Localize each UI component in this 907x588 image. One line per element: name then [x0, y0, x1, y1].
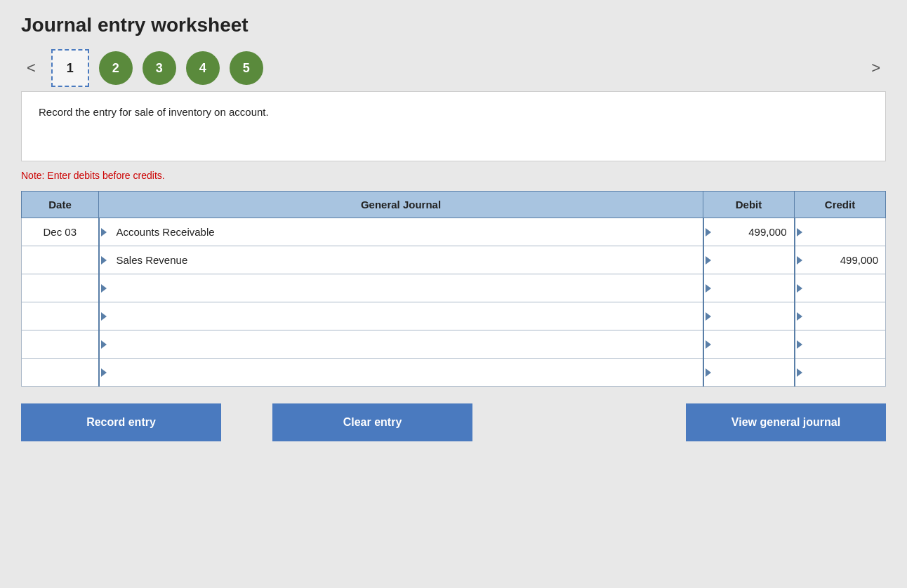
- cell-date-2[interactable]: [22, 274, 99, 302]
- table-row[interactable]: [22, 302, 886, 330]
- triangle-debit-icon: [706, 284, 711, 293]
- triangle-gj-icon: [101, 340, 107, 349]
- buttons-row: Record entry Clear entry View general jo…: [21, 403, 886, 441]
- table-row[interactable]: Sales Revenue499,000: [22, 246, 886, 274]
- cell-date-0[interactable]: Dec 03: [22, 218, 99, 246]
- cell-debit-2[interactable]: [703, 274, 795, 302]
- table-row[interactable]: Dec 03Accounts Receivable499,000: [22, 218, 886, 246]
- cell-credit-0[interactable]: [795, 218, 886, 246]
- header-debit: Debit: [703, 192, 795, 218]
- journal-table: Date General Journal Debit Credit Dec 03…: [21, 191, 886, 387]
- cell-debit-5[interactable]: [703, 359, 795, 387]
- cell-gj-3[interactable]: [99, 302, 703, 330]
- cell-gj-4[interactable]: [99, 330, 703, 359]
- cell-debit-1[interactable]: [703, 246, 795, 274]
- cell-gj-1[interactable]: Sales Revenue: [99, 246, 703, 274]
- triangle-gj-icon: [101, 284, 107, 293]
- navigation-row: < 1 2 3 4 5 >: [21, 49, 886, 87]
- triangle-debit-icon: [706, 256, 711, 265]
- table-row[interactable]: [22, 359, 886, 387]
- step-3-button[interactable]: 3: [143, 51, 176, 85]
- triangle-gj-icon: [101, 368, 107, 377]
- cell-date-3[interactable]: [22, 302, 99, 330]
- cell-gj-0[interactable]: Accounts Receivable: [99, 218, 703, 246]
- cell-credit-1[interactable]: 499,000: [795, 246, 886, 274]
- triangle-debit-icon: [706, 368, 711, 377]
- cell-gj-2[interactable]: [99, 274, 703, 302]
- triangle-gj-icon: [101, 228, 107, 236]
- step-4-button[interactable]: 4: [186, 51, 220, 85]
- cell-date-1[interactable]: [22, 246, 99, 274]
- cell-credit-2[interactable]: [795, 274, 886, 302]
- triangle-credit-icon: [797, 368, 802, 377]
- prev-arrow[interactable]: <: [21, 58, 41, 79]
- step-1-wrapper[interactable]: 1: [51, 49, 89, 87]
- cell-gj-5[interactable]: [99, 359, 703, 387]
- triangle-debit-icon: [706, 312, 711, 321]
- header-general-journal: General Journal: [99, 192, 703, 218]
- cell-debit-3[interactable]: [703, 302, 795, 330]
- step-2-button[interactable]: 2: [99, 51, 133, 85]
- triangle-debit-icon: [706, 340, 711, 349]
- view-general-journal-button[interactable]: View general journal: [686, 403, 886, 441]
- next-arrow[interactable]: >: [866, 58, 886, 79]
- triangle-debit-icon: [706, 228, 711, 236]
- instruction-text: Record the entry for sale of inventory o…: [39, 106, 269, 118]
- cell-date-5[interactable]: [22, 359, 99, 387]
- step-5-button[interactable]: 5: [230, 51, 263, 85]
- triangle-credit-icon: [797, 312, 802, 321]
- table-row[interactable]: [22, 274, 886, 302]
- instruction-box: Record the entry for sale of inventory o…: [21, 91, 886, 161]
- triangle-credit-icon: [797, 284, 802, 293]
- cell-debit-4[interactable]: [703, 330, 795, 359]
- triangle-credit-icon: [797, 340, 802, 349]
- header-credit: Credit: [795, 192, 886, 218]
- cell-debit-0[interactable]: 499,000: [703, 218, 795, 246]
- cell-credit-4[interactable]: [795, 330, 886, 359]
- cell-date-4[interactable]: [22, 330, 99, 359]
- page-title: Journal entry worksheet: [21, 14, 886, 36]
- table-header-row: Date General Journal Debit Credit: [22, 192, 886, 218]
- triangle-gj-icon: [101, 312, 107, 321]
- cell-credit-3[interactable]: [795, 302, 886, 330]
- triangle-gj-icon: [101, 256, 107, 265]
- triangle-credit-icon: [797, 228, 802, 236]
- triangle-credit-icon: [797, 256, 802, 265]
- step-1-label: 1: [67, 61, 74, 76]
- table-row[interactable]: [22, 330, 886, 359]
- header-date: Date: [22, 192, 99, 218]
- note-text: Note: Enter debits before credits.: [21, 170, 886, 181]
- cell-credit-5[interactable]: [795, 359, 886, 387]
- record-entry-button[interactable]: Record entry: [21, 403, 221, 441]
- clear-entry-button[interactable]: Clear entry: [272, 403, 472, 441]
